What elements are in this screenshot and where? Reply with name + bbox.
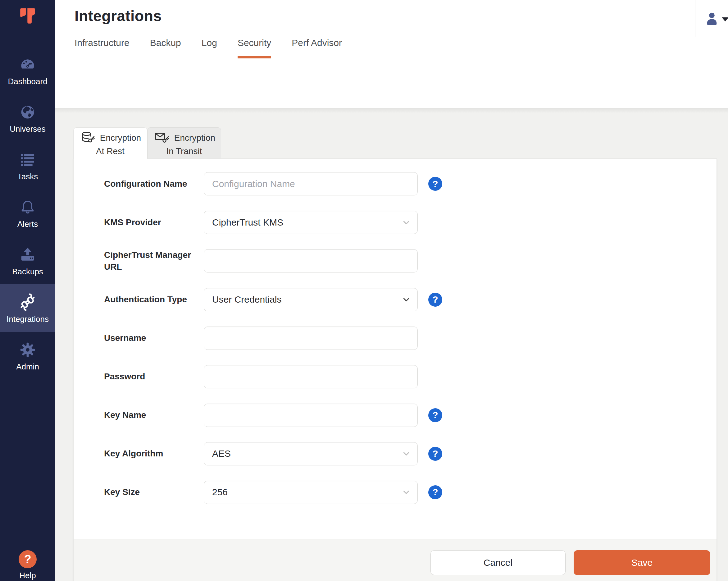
plug-icon — [18, 292, 38, 312]
user-icon — [703, 10, 720, 27]
field-label: Username — [104, 332, 204, 344]
mail-key-icon — [153, 130, 171, 146]
tab-label-line1: Encryption — [174, 133, 215, 143]
sidebar-item-tasks[interactable]: Tasks — [0, 142, 55, 189]
backup-upload-icon — [19, 245, 37, 265]
sidebar-item-integrations[interactable]: Integrations — [0, 284, 55, 332]
form-row: Authentication TypeUser Credentials — [104, 288, 717, 311]
form-row: Password — [104, 365, 717, 388]
chevron-down-icon — [395, 295, 417, 304]
tab-label-line2: At Rest — [96, 146, 125, 156]
sidebar-item-dashboard[interactable]: Dashboard — [0, 47, 55, 94]
sidebar-item-label: Universes — [10, 124, 46, 134]
caret-down-icon — [722, 18, 728, 21]
form-footer: Cancel Save — [74, 539, 717, 581]
form-row: Key Size256 — [104, 481, 717, 504]
sidebar-item-universes[interactable]: Universes — [0, 94, 55, 142]
tab-encryption-at-rest[interactable]: EncryptionAt Rest — [73, 127, 147, 159]
key-algorithm-select[interactable]: AES — [204, 442, 418, 465]
database-key-icon — [79, 130, 96, 146]
configuration-name-input[interactable] — [204, 172, 418, 196]
encryption-config-card: Configuration NameKMS ProviderCipherTrus… — [73, 158, 717, 581]
yugabyte-logo — [0, 0, 55, 47]
tab-perf-advisor[interactable]: Perf Advisor — [292, 37, 342, 58]
sidebar-item-label: Integrations — [6, 314, 49, 324]
form-row: Configuration Name — [104, 172, 717, 196]
sidebar-item-alerts[interactable]: Alerts — [0, 189, 55, 237]
task-list-icon — [18, 149, 37, 170]
field-label: Key Algorithm — [104, 448, 204, 459]
form-row: Key Name — [104, 404, 717, 427]
sidebar-item-label: Dashboard — [8, 77, 47, 86]
content-area: EncryptionAt RestEncryptionIn Transit Co… — [55, 108, 728, 581]
gear-icon — [19, 339, 36, 360]
logo-y-icon — [19, 7, 36, 26]
tab-log[interactable]: Log — [202, 37, 217, 58]
key-name-input[interactable] — [204, 404, 418, 427]
form-row: CipherTrust Manager URL — [104, 249, 717, 273]
tab-backup[interactable]: Backup — [150, 37, 181, 58]
tab-infrastructure[interactable]: Infrastructure — [75, 37, 130, 58]
encryption-form: Configuration NameKMS ProviderCipherTrus… — [74, 159, 717, 539]
user-menu[interactable] — [695, 0, 728, 37]
field-label: Password — [104, 371, 204, 382]
authentication-type-select[interactable]: User Credentials — [204, 288, 418, 311]
select-value: 256 — [204, 487, 395, 498]
sidebar-item-label: Help — [19, 571, 36, 580]
sidebar-item-label: Tasks — [18, 172, 38, 181]
help-icon[interactable] — [428, 293, 442, 307]
sidebar-item-backups[interactable]: Backups — [0, 237, 55, 284]
page-header: Integrations InfrastructureBackupLogSecu… — [55, 0, 728, 108]
form-row: KMS ProviderCipherTrust KMS — [104, 211, 717, 234]
chevron-down-icon — [395, 449, 417, 458]
save-button[interactable]: Save — [574, 550, 710, 575]
bell-icon — [19, 197, 36, 218]
chevron-down-icon — [395, 218, 417, 227]
key-size-select[interactable]: 256 — [204, 481, 418, 504]
sidebar: DashboardUniversesTasksAlertsBackupsInte… — [0, 0, 55, 581]
help-icon[interactable] — [428, 408, 442, 422]
gauge-icon — [18, 54, 37, 75]
username-input[interactable] — [204, 327, 418, 350]
sidebar-item-label: Admin — [16, 362, 39, 372]
encryption-tabs: EncryptionAt RestEncryptionIn Transit — [55, 108, 728, 158]
sidebar-item-help[interactable]: ? Help — [0, 550, 55, 581]
globe-icon — [19, 102, 36, 122]
select-value: AES — [204, 448, 395, 459]
chevron-down-icon — [395, 487, 417, 497]
sidebar-item-label: Backups — [12, 267, 43, 277]
tab-label-line2: In Transit — [166, 146, 202, 156]
question-icon: ? — [19, 550, 37, 568]
select-value: User Credentials — [204, 294, 395, 305]
help-icon[interactable] — [428, 485, 442, 499]
ciphertrust-manager-url-input[interactable] — [204, 249, 418, 273]
tab-security[interactable]: Security — [238, 37, 271, 58]
tab-encryption-in-transit[interactable]: EncryptionIn Transit — [147, 127, 221, 158]
tab-label-line1: Encryption — [100, 133, 141, 143]
kms-provider-select[interactable]: CipherTrust KMS — [204, 211, 418, 234]
sidebar-item-label: Alerts — [18, 219, 38, 229]
form-row: Username — [104, 327, 717, 350]
password-input[interactable] — [204, 365, 418, 388]
header-tabs: InfrastructureBackupLogSecurityPerf Advi… — [75, 37, 728, 58]
field-label: Configuration Name — [104, 178, 204, 190]
page-title: Integrations — [55, 0, 728, 25]
help-icon[interactable] — [428, 447, 442, 461]
field-label: Key Size — [104, 486, 204, 498]
help-icon[interactable] — [428, 177, 442, 191]
sidebar-nav: DashboardUniversesTasksAlertsBackupsInte… — [0, 47, 55, 379]
field-label: Key Name — [104, 409, 204, 421]
field-label: KMS Provider — [104, 217, 204, 228]
field-label: CipherTrust Manager URL — [104, 249, 204, 273]
form-row: Key AlgorithmAES — [104, 442, 717, 465]
cancel-button[interactable]: Cancel — [431, 550, 566, 575]
field-label: Authentication Type — [104, 294, 204, 305]
sidebar-item-admin[interactable]: Admin — [0, 332, 55, 379]
select-value: CipherTrust KMS — [204, 217, 395, 228]
